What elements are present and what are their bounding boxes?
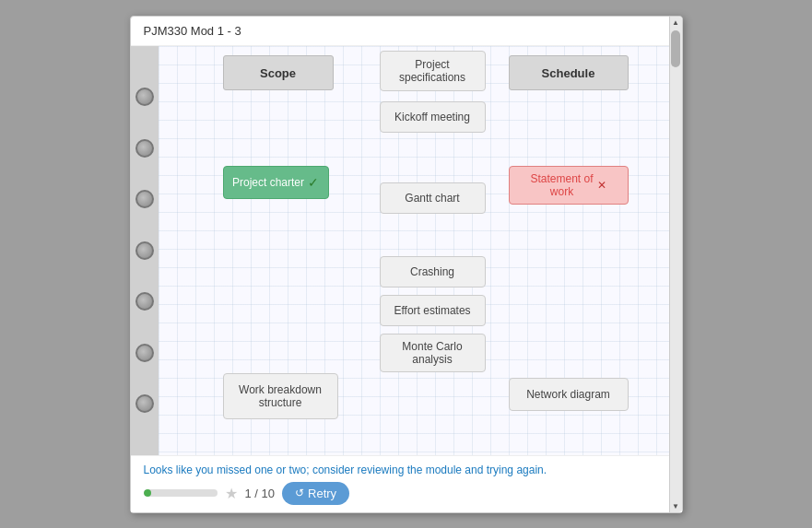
spiral-ring-4: [135, 241, 154, 260]
retry-label: Retry: [308, 487, 336, 500]
gantt-chart-card[interactable]: Gantt chart: [380, 182, 486, 214]
check-icon: ✓: [308, 175, 319, 190]
project-charter-card[interactable]: Project charter✓: [223, 166, 329, 199]
network-diagram-card[interactable]: Network diagram: [509, 378, 629, 411]
spiral-ring-1: [135, 88, 154, 106]
monte-carlo-analysis-card[interactable]: Monte Carlo analysis: [380, 334, 486, 372]
x-icon: ✕: [597, 179, 606, 192]
spiral-ring-3: [135, 190, 154, 208]
work-breakdown-structure-card[interactable]: Work breakdown structure: [223, 373, 338, 419]
kickoff-meeting-card[interactable]: Kickoff meeting: [380, 101, 486, 133]
retry-icon: ↺: [295, 487, 304, 499]
spiral-binding: [131, 46, 159, 455]
progress-bar: [144, 489, 218, 497]
progress-fill: [144, 489, 151, 497]
scrollbar-thumb[interactable]: [671, 30, 680, 67]
footer: Looks like you missed one or two; consid…: [131, 455, 682, 512]
spiral-ring-6: [135, 344, 154, 362]
effort-estimates-card[interactable]: Effort estimates: [380, 295, 486, 326]
schedule-header[interactable]: Schedule: [509, 55, 629, 90]
spiral-ring-5: [135, 292, 154, 311]
spiral-ring-2: [135, 139, 154, 158]
footer-message: Looks like you missed one or two; consid…: [144, 463, 669, 476]
scroll-up-arrow[interactable]: ▲: [672, 18, 679, 27]
retry-button[interactable]: ↺ Retry: [282, 482, 349, 505]
crashing-card[interactable]: Crashing: [380, 256, 486, 287]
title-bar: PJM330 Mod 1 - 3: [131, 17, 682, 46]
scroll-down-arrow[interactable]: ▼: [672, 502, 679, 510]
notebook-area: ScopeScheduleProject specificationsKicko…: [159, 46, 682, 455]
content-area: ScopeScheduleProject specificationsKicko…: [131, 46, 682, 455]
scope-header[interactable]: Scope: [223, 55, 334, 90]
scrollbar[interactable]: ▲ ▼: [669, 17, 682, 512]
statement-of-work-card[interactable]: Statement of work✕: [509, 166, 629, 205]
main-window: PJM330 Mod 1 - 3 ScopeScheduleProject sp…: [130, 16, 683, 513]
score-text: 1 / 10: [245, 487, 276, 500]
spiral-ring-7: [135, 394, 154, 413]
window-title: PJM330 Mod 1 - 3: [144, 24, 241, 38]
star-icon: ★: [225, 485, 238, 502]
footer-controls: ★ 1 / 10 ↺ Retry: [144, 482, 669, 505]
project-specifications-card[interactable]: Project specifications: [380, 51, 486, 91]
